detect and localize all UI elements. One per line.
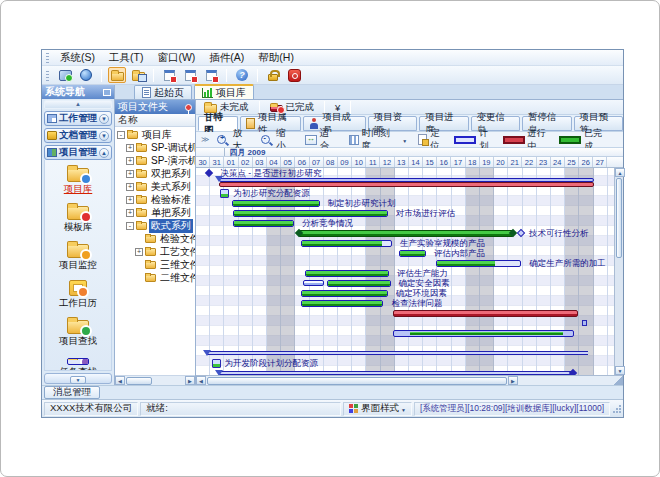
- small-milestone-icon[interactable]: [582, 320, 587, 326]
- tab-项目库[interactable]: 项目库: [194, 84, 254, 99]
- menu-item[interactable]: 帮助(H): [251, 50, 301, 66]
- expand-icon[interactable]: [126, 209, 134, 217]
- gantt-task-bar[interactable]: [301, 240, 392, 247]
- nav-window-icon[interactable]: [103, 89, 111, 96]
- pin-icon[interactable]: [185, 104, 192, 111]
- nav-panel-工作管理[interactable]: 工作管理: [44, 111, 112, 126]
- folder-window-button[interactable]: [129, 67, 147, 83]
- gantt-task-bar[interactable]: [301, 300, 383, 307]
- vscroll-thumb[interactable]: [616, 178, 622, 258]
- window-resize-grip[interactable]: [612, 404, 621, 413]
- nav-item-模板库[interactable]: 模板库: [45, 203, 111, 234]
- gantt-task-bar[interactable]: [436, 260, 521, 267]
- globe-button[interactable]: [77, 67, 95, 83]
- power-button[interactable]: [285, 67, 303, 83]
- tree-item-单把系列[interactable]: 单把系列: [115, 206, 195, 219]
- tree-item-检验标准[interactable]: 检验标准: [115, 193, 195, 206]
- menu-item[interactable]: 插件(A): [202, 50, 251, 66]
- nav-more-panel[interactable]: [44, 373, 112, 384]
- chevron-down-icon[interactable]: [99, 114, 109, 124]
- tool-定位[interactable]: 定位: [413, 133, 453, 146]
- tab-起始页[interactable]: 起始页: [134, 85, 192, 99]
- lock-button[interactable]: [264, 67, 282, 83]
- calendar-add-button[interactable]: [160, 67, 178, 83]
- nav-panel-文档管理[interactable]: 文档管理: [44, 128, 112, 143]
- message-manage-tab[interactable]: 消息管理: [44, 386, 100, 399]
- milestone-diamond-icon[interactable]: [517, 229, 525, 237]
- expand-icon[interactable]: [126, 183, 134, 191]
- gantt-horizontal-scrollbar[interactable]: [196, 375, 623, 385]
- gantt-active-bar[interactable]: [393, 330, 573, 337]
- toolbar-grip[interactable]: [46, 70, 49, 81]
- gantt-inprogress-bar[interactable]: [393, 310, 578, 317]
- scroll-up-icon[interactable]: [615, 168, 625, 177]
- tool-适合[interactable]: 适合: [300, 133, 343, 146]
- tree-item-双把系列[interactable]: 双把系列: [115, 167, 195, 180]
- scroll-right-icon[interactable]: [508, 376, 518, 385]
- scroll-down-icon[interactable]: [615, 366, 625, 375]
- milestone-diamond-icon[interactable]: [205, 169, 213, 177]
- tree-item-三维文件[interactable]: 三维文件: [115, 258, 195, 271]
- gantt-vertical-scrollbar[interactable]: [614, 168, 623, 375]
- tree-item-检验文件[interactable]: 检验文件: [115, 232, 195, 245]
- scroll-left-icon[interactable]: [115, 376, 125, 385]
- tool-时间刻度[interactable]: 时间刻度: [344, 133, 413, 146]
- gantt-plan-bar[interactable]: [303, 280, 324, 286]
- menu-item[interactable]: 工具(T): [102, 50, 150, 66]
- help-button[interactable]: [233, 67, 251, 83]
- gantt-task-bar[interactable]: [233, 210, 388, 217]
- nav-collapse-button[interactable]: [44, 100, 112, 109]
- chevron-up-icon[interactable]: [99, 148, 109, 158]
- menu-item[interactable]: 系统(S): [53, 50, 102, 66]
- gantt-chart-canvas[interactable]: 决策点 - 是否进行初步研究为初步研究分配资源制定初步研究计划对市场进行评估分析…: [196, 168, 614, 375]
- tree-item-美式系列[interactable]: 美式系列: [115, 180, 195, 193]
- assign-resource-icon[interactable]: [220, 189, 229, 198]
- expand-icon[interactable]: [126, 170, 134, 178]
- tree-item-SP-调试机系[interactable]: SP-调试机系: [115, 141, 195, 154]
- expand-icon[interactable]: [126, 157, 134, 165]
- nav-item-项目查找[interactable]: 项目查找: [45, 317, 111, 348]
- tree-item-工艺文件[interactable]: 工艺文件: [115, 245, 195, 258]
- gantt-scroll-thumb[interactable]: [207, 377, 507, 385]
- menu-item[interactable]: 窗口(W): [150, 50, 202, 66]
- expand-icon[interactable]: [126, 196, 134, 204]
- gantt-task-bar[interactable]: [305, 270, 389, 277]
- ui-style-selector[interactable]: 界面样式: [343, 402, 412, 416]
- nav-panel-项目管理[interactable]: 项目管理: [44, 145, 112, 160]
- tool-缩小[interactable]: -缩小: [256, 133, 299, 146]
- calendar-remove-button[interactable]: [202, 67, 220, 83]
- collapse-icon[interactable]: [117, 131, 125, 139]
- scroll-right-icon[interactable]: [185, 376, 195, 385]
- folder-open-button[interactable]: [108, 67, 126, 83]
- collapse-icon[interactable]: [126, 222, 134, 230]
- tree-column-header[interactable]: 名称: [115, 114, 195, 127]
- gantt-summary-line[interactable]: [207, 351, 588, 355]
- calendar-edit-button[interactable]: [181, 67, 199, 83]
- gantt-task-bar[interactable]: [232, 200, 320, 207]
- nav-item-项目监控[interactable]: 项目监控: [45, 241, 111, 272]
- tree-item-SP-演示机系[interactable]: SP-演示机系: [115, 154, 195, 167]
- tree-item-欧式系列[interactable]: 欧式系列: [115, 219, 195, 232]
- monitor-button[interactable]: [56, 67, 74, 83]
- nav-item-任务查找[interactable]: 任务查找: [45, 355, 111, 371]
- tree-scroll-thumb[interactable]: [126, 377, 152, 385]
- gantt-task-bar[interactable]: [399, 250, 426, 257]
- gantt-task-bar[interactable]: [233, 220, 294, 227]
- nav-item-项目库[interactable]: 项目库: [45, 165, 111, 196]
- toolbar-overflow-icon[interactable]: ≫: [199, 135, 211, 144]
- tree-item-项目库[interactable]: 项目库: [115, 128, 195, 141]
- gantt-task-bar[interactable]: [301, 290, 388, 297]
- menubar-grip[interactable]: [46, 52, 49, 63]
- assign-resource-icon[interactable]: [212, 359, 221, 368]
- scroll-left-icon[interactable]: [196, 376, 206, 385]
- gantt-summary-line[interactable]: [219, 371, 573, 375]
- tree-horizontal-scrollbar[interactable]: [115, 375, 195, 385]
- tree-item-二维文件[interactable]: 二维文件: [115, 271, 195, 284]
- nav-expand-more-button[interactable]: [70, 376, 86, 384]
- expand-icon[interactable]: [135, 248, 143, 256]
- gantt-task-bar[interactable]: [327, 280, 391, 287]
- gantt-summary-bar[interactable]: [298, 230, 514, 237]
- tool-放大[interactable]: +放大: [212, 133, 255, 146]
- nav-item-工作日历[interactable]: 工作日历: [45, 279, 111, 310]
- chevron-down-icon[interactable]: [99, 131, 109, 141]
